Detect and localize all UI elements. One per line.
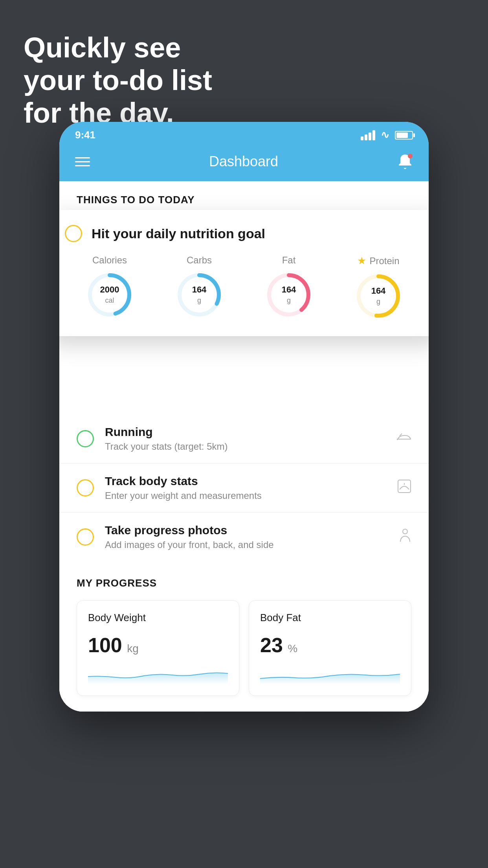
wifi-icon: ∿ [381,129,389,141]
todo-list: Running Track your stats (target: 5km) [59,414,429,561]
phone-wrapper: 9:41 ∿ Dashboard [59,122,429,712]
nutrition-card: Hit your daily nutrition goal Calories [59,210,429,336]
phone-content: THINGS TO DO TODAY Hit your daily nutrit… [59,181,429,712]
protein-label: ★Protein [357,255,399,267]
calories-ring-container: 2000cal [86,271,133,318]
hamburger-menu[interactable] [75,157,90,166]
carbs-label: Carbs [187,255,212,266]
running-subtitle: Track your stats (target: 5km) [105,441,385,452]
carbs-ring: Carbs 164g [176,255,223,318]
running-title: Running [105,425,385,439]
protein-value: 164g [371,286,386,307]
progress-cards: Body Weight 100 kg [77,600,411,696]
nutrition-card-header: Hit your daily nutrition goal [65,225,423,242]
nutrition-circle[interactable] [65,225,82,242]
section-header: THINGS TO DO TODAY [59,181,429,214]
phone: 9:41 ∿ Dashboard [59,122,429,712]
running-text: Running Track your stats (target: 5km) [105,425,385,452]
star-icon: ★ [357,255,366,267]
body-fat-value: 23 [260,634,283,657]
fat-ring-container: 164g [265,271,312,318]
body-weight-value: 100 [88,634,122,657]
calories-label: Calories [92,255,127,266]
body-weight-card: Body Weight 100 kg [77,600,239,696]
calories-value: 2000cal [100,285,119,305]
body-fat-value-row: 23 % [260,633,400,657]
protein-ring: ★Protein 164g [355,255,402,320]
fat-label: Fat [282,255,296,266]
progress-title: MY PROGRESS [77,577,411,589]
body-weight-unit: kg [127,642,139,655]
running-shoe-icon [396,432,411,446]
person-icon [399,528,411,546]
todo-item-body-stats[interactable]: Track body stats Enter your weight and m… [59,463,429,513]
body-fat-title: Body Fat [260,612,400,624]
running-circle [77,430,94,447]
signal-icon [361,130,375,140]
progress-section: MY PROGRESS Body Weight 100 kg [59,561,429,712]
rings-row: Calories 2000cal Carbs [65,255,423,320]
body-weight-title: Body Weight [88,612,228,624]
protein-ring-container: 164g [355,272,402,320]
card-area: Hit your daily nutrition goal Calories [59,214,429,336]
nutrition-title: Hit your daily nutrition goal [92,226,265,241]
body-weight-sparkline [88,665,228,684]
nav-title: Dashboard [209,153,278,170]
body-fat-card: Body Fat 23 % [249,600,411,696]
status-icons: ∿ [361,129,413,141]
body-stats-subtitle: Enter your weight and measurements [105,490,386,501]
calories-ring: Calories 2000cal [86,255,133,318]
body-stats-title: Track body stats [105,474,386,488]
photos-subtitle: Add images of your front, back, and side [105,539,388,550]
time-display: 9:41 [75,129,95,141]
battery-icon [395,131,413,140]
body-fat-unit: % [288,642,297,655]
scale-icon [397,479,411,497]
todo-item-running[interactable]: Running Track your stats (target: 5km) [59,414,429,463]
notification-bell-icon[interactable] [397,153,413,170]
hero-line1: Quickly see [24,31,212,64]
photos-circle [77,528,94,546]
body-weight-value-row: 100 kg [88,633,228,657]
fat-value: 164g [282,285,296,305]
carbs-ring-container: 164g [176,271,223,318]
svg-point-11 [403,529,407,534]
status-bar: 9:41 ∿ [59,122,429,145]
nav-bar: Dashboard [59,145,429,181]
todo-item-photos[interactable]: Take progress photos Add images of your … [59,513,429,561]
svg-point-0 [408,154,413,158]
body-stats-circle [77,479,94,497]
fat-ring: Fat 164g [265,255,312,318]
carbs-value: 164g [192,285,207,305]
body-fat-sparkline [260,665,400,684]
photos-text: Take progress photos Add images of your … [105,524,388,550]
photos-title: Take progress photos [105,524,388,537]
hero-text: Quickly see your to-do list for the day. [24,31,212,129]
body-stats-text: Track body stats Enter your weight and m… [105,474,386,501]
hero-line2: your to-do list [24,64,212,97]
